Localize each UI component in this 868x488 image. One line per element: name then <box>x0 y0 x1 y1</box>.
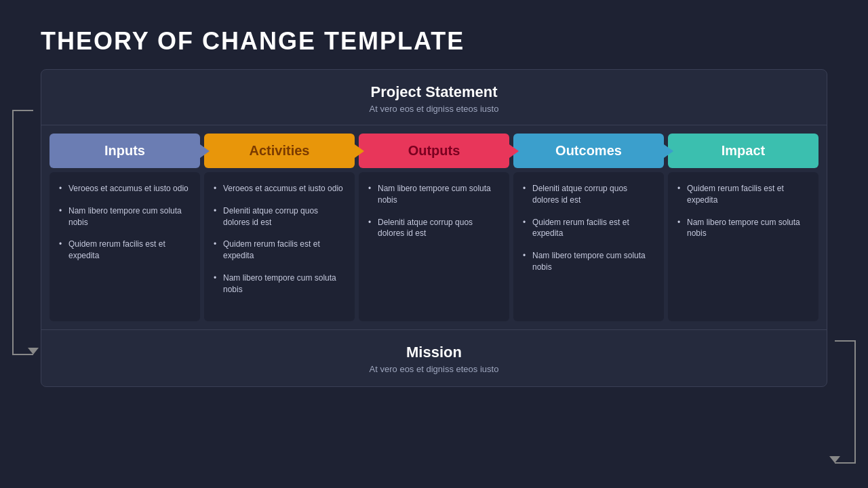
list-item: Deleniti atque corrup quos dolores id es… <box>523 183 654 206</box>
list-item: Nam libero tempore cum soluta nobis <box>677 217 809 240</box>
columns-header: Inputs Activities Outputs Outcomes Impac… <box>41 125 827 168</box>
left-bracket-arrow <box>6 104 39 361</box>
outcomes-list: Deleniti atque corrup quos dolores id es… <box>523 183 654 273</box>
list-item: Quidem rerum facilis est et expedita <box>214 239 345 262</box>
list-item: Quidem rerum facilis est et expedita <box>59 239 191 262</box>
page-title: THEORY OF CHANGE TEMPLATE <box>0 0 868 69</box>
list-item: Deleniti atque corrup quos dolores id es… <box>368 217 500 240</box>
right-bracket-arrow <box>829 334 862 470</box>
col-header-outputs: Outputs <box>359 134 509 168</box>
outputs-list: Nam libero tempore cum soluta nobis Dele… <box>368 183 500 239</box>
col-body-outputs: Nam libero tempore cum soluta nobis Dele… <box>359 172 509 321</box>
list-item: Quidem rerum facilis est et expedita <box>677 183 809 206</box>
col-header-impact: Impact <box>668 134 818 168</box>
list-item: Nam libero tempore cum soluta nobis <box>214 272 345 296</box>
main-container: Project Statement At vero eos et digniss… <box>41 69 827 387</box>
col-header-inputs: Inputs <box>50 134 200 168</box>
columns-body: Veroeos et accumus et iusto odio Nam lib… <box>41 172 827 329</box>
project-statement-title: Project Statement <box>55 83 813 101</box>
col-body-inputs: Veroeos et accumus et iusto odio Nam lib… <box>50 172 200 321</box>
impact-list: Quidem rerum facilis est et expedita Nam… <box>677 183 809 239</box>
svg-marker-0 <box>28 348 39 354</box>
svg-marker-1 <box>829 456 840 463</box>
col-body-activities: Veroeos et accumus et iusto odio Delenit… <box>204 172 355 321</box>
inputs-list: Veroeos et accumus et iusto odio Nam lib… <box>59 183 191 262</box>
activities-list: Veroeos et accumus et iusto odio Delenit… <box>214 183 345 296</box>
list-item: Quidem rerum facilis est et expedita <box>523 217 654 240</box>
mission-title: Mission <box>55 344 813 361</box>
col-header-outcomes: Outcomes <box>513 134 664 168</box>
list-item: Nam libero tempore cum soluta nobis <box>368 183 500 206</box>
list-item: Veroeos et accumus et iusto odio <box>214 183 345 195</box>
list-item: Nam libero tempore cum soluta nobis <box>59 205 191 228</box>
list-item: Veroeos et accumus et iusto odio <box>59 183 191 195</box>
col-header-activities: Activities <box>204 134 355 168</box>
project-statement: Project Statement At vero eos et digniss… <box>41 70 827 125</box>
list-item: Nam libero tempore cum soluta nobis <box>523 250 654 273</box>
mission-subtitle: At vero eos et digniss eteos iusto <box>55 364 813 374</box>
project-statement-subtitle: At vero eos et digniss eteos iusto <box>55 104 813 114</box>
list-item: Deleniti atque corrup quos dolores id es… <box>214 205 345 228</box>
col-body-impact: Quidem rerum facilis est et expedita Nam… <box>668 172 818 321</box>
mission-bar: Mission At vero eos et digniss eteos ius… <box>41 329 827 386</box>
col-body-outcomes: Deleniti atque corrup quos dolores id es… <box>513 172 664 321</box>
